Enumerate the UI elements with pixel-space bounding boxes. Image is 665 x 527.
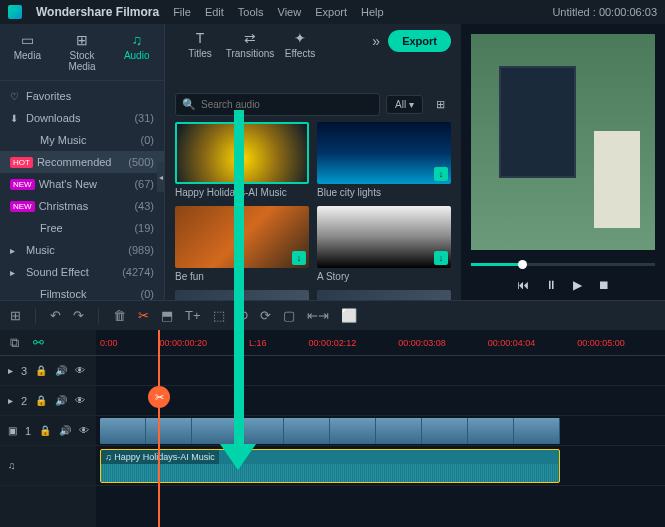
audio-card[interactable]: ↓Blue city lights xyxy=(317,122,451,198)
mute-icon[interactable]: 🔊 xyxy=(55,365,67,376)
track-2[interactable] xyxy=(96,386,665,416)
export-button[interactable]: Export xyxy=(388,30,451,52)
menu-help[interactable]: Help xyxy=(361,6,384,18)
sidebar-item-music[interactable]: ▸Music(989) xyxy=(0,239,164,261)
stack-icon[interactable]: ⧉ xyxy=(10,335,19,351)
undo-icon[interactable]: ↶ xyxy=(50,308,61,323)
sidebar-item-sound-effect[interactable]: ▸Sound Effect(4274) xyxy=(0,261,164,283)
menu-edit[interactable]: Edit xyxy=(205,6,224,18)
search-box[interactable]: 🔍 xyxy=(175,93,380,116)
sidebar-item-downloads[interactable]: ⬇Downloads(31) xyxy=(0,107,164,129)
audio-card[interactable]: ↓Be fun xyxy=(175,206,309,282)
download-icon[interactable]: ↓ xyxy=(292,251,306,265)
audio-grid: Happy Holidays-AI Music↓Blue city lights… xyxy=(165,122,461,300)
collapse-handle[interactable]: ◂ xyxy=(157,162,165,192)
tab-audio[interactable]: ♫Audio xyxy=(109,30,164,74)
text-icon[interactable]: T+ xyxy=(185,308,201,323)
view-grid-icon[interactable]: ⊞ xyxy=(429,94,451,116)
titles-icon: T xyxy=(175,30,225,46)
content-panel: TTitles ⇄Transitions ✦Effects » Export ◂… xyxy=(165,24,461,300)
chevron-down-icon: ▾ xyxy=(409,99,414,110)
track-toggle-icon[interactable]: ▸ xyxy=(8,365,13,376)
timeline-toolbar: ⊞ ↶ ↷ 🗑 ✂ ⬒ T+ ⬚ ⟲ ⟳ ▢ ⇤⇥ ⬜ xyxy=(0,300,665,330)
tab-effects[interactable]: ✦Effects xyxy=(275,30,325,59)
project-title: Untitled : 00:00:06:03 xyxy=(552,6,657,18)
audio-card[interactable]: Happy Holidays-AI Music xyxy=(175,122,309,198)
audio-track-icon[interactable]: ♫ xyxy=(8,460,16,471)
tab-stock-media[interactable]: ⊞Stock Media xyxy=(55,30,110,74)
video-clip[interactable] xyxy=(100,418,560,444)
lock-icon[interactable]: 🔒 xyxy=(39,425,51,436)
audio-card[interactable] xyxy=(175,290,309,300)
prev-button[interactable]: ⏮ xyxy=(517,278,529,292)
redo-icon[interactable]: ↷ xyxy=(73,308,84,323)
scrub-bar[interactable] xyxy=(471,263,655,266)
menu-view[interactable]: View xyxy=(278,6,302,18)
track-toggle-icon[interactable]: ▸ xyxy=(8,395,13,406)
tab-media[interactable]: ▭Media xyxy=(0,30,55,74)
download-icon[interactable]: ↓ xyxy=(434,251,448,265)
video-preview[interactable] xyxy=(471,34,655,250)
track-head-1[interactable]: ▣ 1 🔒 🔊 👁 xyxy=(0,416,96,446)
audio-card[interactable] xyxy=(317,290,451,300)
search-icon: 🔍 xyxy=(182,98,196,111)
speed-up-icon[interactable]: ⟳ xyxy=(260,308,271,323)
mute-icon[interactable]: 🔊 xyxy=(59,425,71,436)
app-name: Wondershare Filmora xyxy=(36,5,159,19)
play-button[interactable]: ▶ xyxy=(573,278,582,292)
menu-export[interactable]: Export xyxy=(315,6,347,18)
lock-icon[interactable]: 🔒 xyxy=(35,395,47,406)
split-icon[interactable]: ✂ xyxy=(138,308,149,323)
track-1[interactable] xyxy=(96,416,665,446)
lock-icon[interactable]: 🔒 xyxy=(35,365,47,376)
left-panel: ▭Media ⊞Stock Media ♫Audio ♡Favorites⬇Do… xyxy=(0,24,165,300)
sidebar-item-what-s-new[interactable]: NEWWhat's New(67) xyxy=(0,173,164,195)
pause-button[interactable]: ⏸ xyxy=(545,278,557,292)
speed-down-icon[interactable]: ⟲ xyxy=(237,308,248,323)
menu-tools[interactable]: Tools xyxy=(238,6,264,18)
media-tabs: ▭Media ⊞Stock Media ♫Audio xyxy=(0,24,164,81)
sidebar-item-favorites[interactable]: ♡Favorites xyxy=(0,85,164,107)
crop-icon[interactable]: ⬒ xyxy=(161,308,173,323)
visibility-icon[interactable]: 👁 xyxy=(79,425,89,436)
stop-button[interactable]: ⏹ xyxy=(598,278,610,292)
track-3[interactable] xyxy=(96,356,665,386)
sidebar-item-filmstock[interactable]: Filmstock(0) xyxy=(0,283,164,300)
track-head-audio[interactable]: ♫ xyxy=(0,446,96,486)
media-icon: ▭ xyxy=(0,32,55,48)
fit-icon[interactable]: ⇤⇥ xyxy=(307,308,329,323)
playhead[interactable] xyxy=(158,330,160,527)
sidebar-item-my-music[interactable]: My Music(0) xyxy=(0,129,164,151)
visibility-icon[interactable]: 👁 xyxy=(75,395,85,406)
search-input[interactable] xyxy=(201,99,373,110)
tracks-area[interactable]: 0:0000:00:00:20L:1600:00:02:1200:00:03:0… xyxy=(96,330,665,527)
delete-icon[interactable]: 🗑 xyxy=(113,308,126,323)
mute-icon[interactable]: 🔊 xyxy=(55,395,67,406)
time-ruler[interactable]: 0:0000:00:00:20L:1600:00:02:1200:00:03:0… xyxy=(96,330,665,356)
track-head-3[interactable]: ▸ 3 🔒 🔊 👁 xyxy=(0,356,96,386)
link-icon[interactable]: ⚯ xyxy=(33,335,44,350)
record-icon[interactable]: ▢ xyxy=(283,308,295,323)
track-toggle-icon[interactable]: ▣ xyxy=(8,425,17,436)
more-icon[interactable]: » xyxy=(372,33,380,49)
filter-dropdown[interactable]: All ▾ xyxy=(386,95,423,114)
tab-titles[interactable]: TTitles xyxy=(175,30,225,59)
sidebar-item-recommended[interactable]: HOTRecommended(500) xyxy=(0,151,164,173)
download-icon[interactable]: ↓ xyxy=(434,167,448,181)
frame-icon[interactable]: ⬜ xyxy=(341,308,357,323)
tab-transitions[interactable]: ⇄Transitions xyxy=(225,30,275,59)
marker-icon[interactable]: ⬚ xyxy=(213,308,225,323)
timeline: ⧉ ⚯ ▸ 3 🔒 🔊 👁 ▸ 2 🔒 🔊 👁 ▣ 1 🔒 🔊 👁 ♫ xyxy=(0,330,665,527)
track-audio[interactable]: ♫ Happy Holidays-AI Music xyxy=(96,446,665,486)
sidebar-item-free[interactable]: Free(19) xyxy=(0,217,164,239)
visibility-icon[interactable]: 👁 xyxy=(75,365,85,376)
audio-sidebar: ♡Favorites⬇Downloads(31)My Music(0)HOTRe… xyxy=(0,81,164,300)
track-head-2[interactable]: ▸ 2 🔒 🔊 👁 xyxy=(0,386,96,416)
audio-card[interactable]: ↓A Story xyxy=(317,206,451,282)
menu-file[interactable]: File xyxy=(173,6,191,18)
layout-icon[interactable]: ⊞ xyxy=(10,308,21,323)
preview-panel: ⏮ ⏸ ▶ ⏹ xyxy=(461,24,665,300)
title-bar: Wondershare Filmora File Edit Tools View… xyxy=(0,0,665,24)
audio-clip[interactable]: ♫ Happy Holidays-AI Music xyxy=(100,449,560,483)
sidebar-item-christmas[interactable]: NEWChristmas(43) xyxy=(0,195,164,217)
